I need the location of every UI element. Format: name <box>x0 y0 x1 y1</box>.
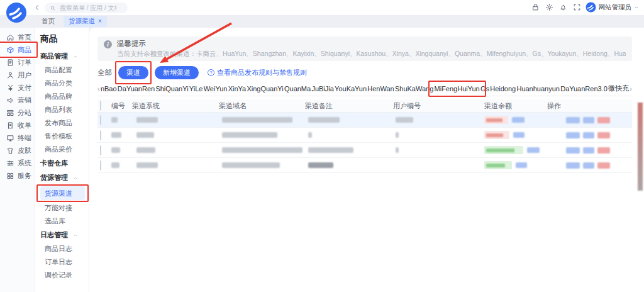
action-link[interactable] <box>583 132 594 138</box>
submenu-item-goods-config[interactable]: 商品配置 <box>40 64 85 77</box>
channel-tab-QuanMa[interactable]: QuanMa <box>284 85 311 93</box>
rules-help-link[interactable]: ? 查看商品发布规则与禁售规则 <box>208 68 307 77</box>
row-checkbox[interactable] <box>100 160 101 171</box>
user-menu[interactable]: 网站管理员 <box>586 2 640 13</box>
channel-tab-DaYuanRen3.0[interactable]: DaYuanRen3.0 <box>560 85 608 93</box>
channel-tab-微快充[interactable]: 微快充 <box>608 84 629 93</box>
cell-system <box>132 131 219 140</box>
close-tab-icon[interactable]: × <box>98 18 102 25</box>
action-link[interactable] <box>566 132 580 138</box>
action-link[interactable] <box>597 132 610 138</box>
global-search[interactable] <box>45 3 128 13</box>
alert-title: 温馨提示 <box>117 39 626 48</box>
channel-tab-YiLe[interactable]: YiLe <box>189 85 203 93</box>
action-link[interactable] <box>566 162 580 169</box>
channel-tab-HenWan[interactable]: HenWan <box>367 85 394 93</box>
submenu-item-price-adjust-log[interactable]: 调价记录 <box>40 269 85 282</box>
page-tab-货源渠道[interactable]: 货源渠道× <box>64 16 107 27</box>
redacted-text <box>308 147 353 153</box>
channel-tab-XingQuanYi[interactable]: XingQuanYi <box>247 85 283 93</box>
submenu-item-selection-library[interactable]: 选品库 <box>40 215 85 228</box>
action-link[interactable] <box>597 162 610 169</box>
rail-item-terminal[interactable]: 终端 <box>0 132 35 144</box>
rail-item-users[interactable]: 用户 <box>0 69 35 81</box>
submenu-item-universal-connect[interactable]: 万能对接 <box>40 201 85 215</box>
channel-tab-XinYa[interactable]: XinYa <box>228 85 247 93</box>
submenu-item-goods-list[interactable]: 商品列表 <box>40 103 85 116</box>
rail-item-goods[interactable]: 商品 <box>0 43 35 56</box>
fullscreen-icon[interactable] <box>573 3 581 11</box>
rail-item-marketing[interactable]: 营销 <box>0 94 35 106</box>
submenu-item-goods-log[interactable]: 商品日志 <box>40 242 85 256</box>
channel-tab-JuBiJia[interactable]: JuBiJia <box>311 85 333 93</box>
action-link[interactable] <box>583 162 594 169</box>
row-select-cell <box>97 161 111 170</box>
channel-tab-WeiYun[interactable]: WeiYun <box>204 85 228 93</box>
balance-badge <box>484 131 509 139</box>
action-link[interactable] <box>566 147 580 154</box>
redacted-text <box>222 117 292 123</box>
settings-icon[interactable] <box>545 3 553 11</box>
row-checkbox[interactable] <box>100 115 101 125</box>
rail-item-label: 终端 <box>18 133 31 143</box>
rail-item-collection[interactable]: 收单 <box>0 119 35 132</box>
scroll-right-icon[interactable]: › <box>630 85 632 93</box>
channel-tab-ShuKaWang[interactable]: ShuKaWang <box>395 85 433 93</box>
submenu-group-card-warehouse[interactable]: 卡密仓库 <box>40 156 85 171</box>
channel-tab-nBao[interactable]: nBao <box>101 85 117 93</box>
submenu-group-supply-management[interactable]: 货源管理 <box>40 171 85 185</box>
action-link[interactable] <box>583 117 594 123</box>
bell-icon[interactable] <box>559 3 567 11</box>
refresh-balance-link[interactable] <box>512 117 525 123</box>
action-link[interactable] <box>597 147 610 154</box>
rail-item-home[interactable]: 首页 <box>0 31 35 43</box>
table-header-row: 编号渠道系统渠道域名渠道备注用户编号渠道余额操作 <box>97 99 632 113</box>
channel-tab-YouKaYun[interactable]: YouKaYun <box>335 85 367 93</box>
add-channel-button[interactable]: 新增渠道 <box>155 66 199 79</box>
action-link[interactable] <box>583 147 594 154</box>
search-input[interactable] <box>58 4 118 12</box>
all-filter-button[interactable]: 全部 <box>97 68 112 77</box>
channel-tab-MiFengHuiYun[interactable]: MiFengHuiYun <box>435 85 480 93</box>
row-select-cell <box>97 116 111 125</box>
refresh-balance-link[interactable] <box>516 162 527 168</box>
submenu-item-goods-brand[interactable]: 商品品牌 <box>40 90 85 103</box>
channel-tab-ShiQuanYi[interactable]: ShiQuanYi <box>155 85 188 93</box>
submenu-item-order-log[interactable]: 订单日志 <box>40 256 85 269</box>
submenu-item-publish-goods[interactable]: 发布商品 <box>40 116 85 130</box>
rail-item-service[interactable]: 服务 <box>0 169 35 182</box>
sidebar-collapse-icon[interactable] <box>33 3 42 12</box>
service-icon <box>6 172 14 180</box>
page-tab-首页[interactable]: 首页 <box>36 16 60 27</box>
lock-icon[interactable] <box>531 3 540 11</box>
submenu-item-supply-channel[interactable]: 货源渠道 <box>40 186 85 200</box>
channel-filter-button[interactable]: 渠道 <box>118 66 148 79</box>
submenu-group-log-management[interactable]: 日志管理 <box>40 228 85 242</box>
refresh-balance-link[interactable] <box>513 132 525 138</box>
submenu-item-goods-category[interactable]: 商品分类 <box>40 77 85 90</box>
scroll-left-icon[interactable]: ‹ <box>97 85 100 93</box>
refresh-balance-link[interactable] <box>527 147 540 153</box>
submenu-item-goods-pricing[interactable]: 商品采价 <box>40 143 85 156</box>
rail-item-skin[interactable]: 皮肤 <box>0 144 35 157</box>
rail-item-payment[interactable]: 支付 <box>0 81 35 94</box>
chevup-icon <box>73 54 78 59</box>
row-checkbox[interactable] <box>100 130 101 140</box>
rail-item-label: 服务 <box>18 171 31 181</box>
channel-tab-DaYuanRen[interactable]: DaYuanRen <box>118 85 155 93</box>
submenu-group-goods-management[interactable]: 商品管理 <box>40 49 85 64</box>
channel-tab-Gs[interactable]: Gs <box>480 85 489 93</box>
action-link[interactable] <box>566 117 580 123</box>
redacted-text <box>486 149 514 152</box>
column-header: 编号 <box>111 101 132 111</box>
channel-tab-Heidong[interactable]: Heidong <box>490 85 516 93</box>
column-header: 渠道备注 <box>305 101 393 111</box>
channel-tab-Huanhuanyun[interactable]: Huanhuanyun <box>516 85 560 93</box>
select-all-checkbox[interactable] <box>100 101 101 111</box>
rail-item-system[interactable]: 系统 <box>0 157 35 169</box>
action-link[interactable] <box>597 117 610 123</box>
rail-item-orders[interactable]: 订单 <box>0 56 35 69</box>
row-checkbox[interactable] <box>100 145 101 155</box>
rail-item-substation[interactable]: 分站 <box>0 106 35 119</box>
submenu-item-price-template[interactable]: 售价模板 <box>40 130 85 143</box>
